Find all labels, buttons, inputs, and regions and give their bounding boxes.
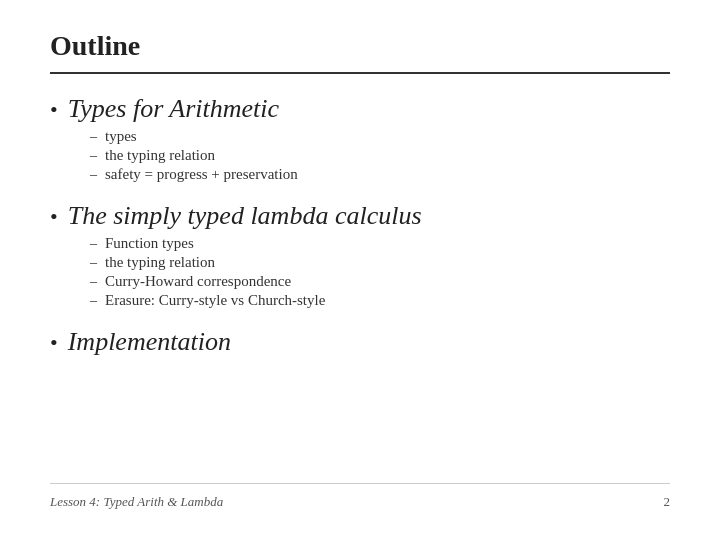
section-arithmetic: • Types for Arithmetic – types – the typ… xyxy=(50,94,670,183)
sub-text: safety = progress + preservation xyxy=(105,166,298,183)
footer-page: 2 xyxy=(664,494,671,510)
dash-icon: – xyxy=(90,129,97,145)
slide-title: Outline xyxy=(50,30,670,74)
sub-text: types xyxy=(105,128,137,145)
sub-text: the typing relation xyxy=(105,147,215,164)
sub-bullet-item: – Curry-Howard correspondence xyxy=(90,273,670,290)
heading-lambda: The simply typed lambda calculus xyxy=(68,201,422,231)
main-bullet-arithmetic: • Types for Arithmetic xyxy=(50,94,670,124)
dash-icon: – xyxy=(90,236,97,252)
dash-icon: – xyxy=(90,274,97,290)
sub-bullet-item: – the typing relation xyxy=(90,254,670,271)
sub-bullets-lambda: – Function types – the typing relation –… xyxy=(90,235,670,309)
dash-icon: – xyxy=(90,255,97,271)
footer-title: Lesson 4: Typed Arith & Lambda xyxy=(50,494,223,510)
dash-icon: – xyxy=(90,167,97,183)
sub-bullet-item: – Function types xyxy=(90,235,670,252)
section-lambda: • The simply typed lambda calculus – Fun… xyxy=(50,201,670,309)
sub-bullet-item: – safety = progress + preservation xyxy=(90,166,670,183)
sub-bullets-arithmetic: – types – the typing relation – safety =… xyxy=(90,128,670,183)
main-bullet-implementation: • Implementation xyxy=(50,327,670,357)
bullet-dot-3: • xyxy=(50,332,58,354)
content: • Types for Arithmetic – types – the typ… xyxy=(50,94,670,483)
sub-bullet-item: – the typing relation xyxy=(90,147,670,164)
dash-icon: – xyxy=(90,148,97,164)
sub-text: the typing relation xyxy=(105,254,215,271)
slide-footer: Lesson 4: Typed Arith & Lambda 2 xyxy=(50,483,670,510)
sub-bullet-item: – Erasure: Curry-style vs Church-style xyxy=(90,292,670,309)
section-implementation: • Implementation xyxy=(50,327,670,357)
sub-text: Erasure: Curry-style vs Church-style xyxy=(105,292,325,309)
sub-text: Curry-Howard correspondence xyxy=(105,273,291,290)
heading-arithmetic: Types for Arithmetic xyxy=(68,94,279,124)
slide: Outline • Types for Arithmetic – types –… xyxy=(0,0,720,540)
bullet-dot-1: • xyxy=(50,99,58,121)
dash-icon: – xyxy=(90,293,97,309)
heading-implementation: Implementation xyxy=(68,327,231,357)
sub-bullet-item: – types xyxy=(90,128,670,145)
main-bullet-lambda: • The simply typed lambda calculus xyxy=(50,201,670,231)
bullet-dot-2: • xyxy=(50,206,58,228)
sub-text: Function types xyxy=(105,235,194,252)
